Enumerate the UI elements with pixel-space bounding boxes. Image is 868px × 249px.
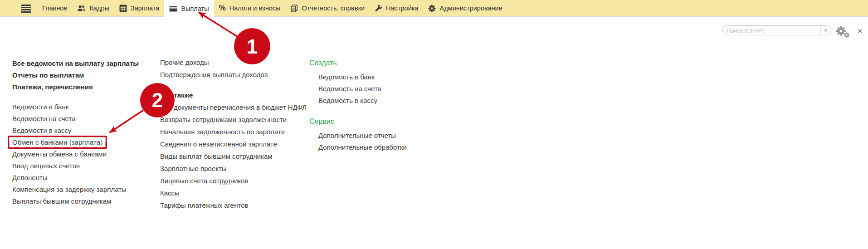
- menu-row: Ведомость на счета: [309, 83, 407, 94]
- menu-row: Лицевые счета сотрудников: [160, 175, 307, 187]
- menu-row: Отчеты по выплатам: [12, 69, 139, 81]
- menu-item[interactable]: Прочие доходы: [160, 59, 209, 66]
- report-icon: [290, 5, 298, 12]
- tab-label: Отчетность, справки: [302, 5, 365, 12]
- tab-otchetnost-spravki[interactable]: Отчетность, справки: [285, 0, 370, 16]
- calculator-icon: [119, 5, 127, 12]
- menu-item[interactable]: Все ведомости на выплату зарплаты: [12, 59, 139, 67]
- tab-label: Администрирование: [439, 5, 502, 12]
- menu-item[interactable]: Кассы: [160, 189, 180, 197]
- menu-item[interactable]: Возвраты сотрудниками задолженности: [160, 116, 287, 123]
- menu-row: Создать: [309, 57, 407, 69]
- menu-item[interactable]: Ввод лицевых счетов: [12, 162, 80, 170]
- menu-row: Подтверждения выплаты доходов: [160, 68, 307, 81]
- menu-row: Ведомость в кассу: [309, 94, 407, 106]
- menu-row: Ведомости в кассу: [12, 124, 139, 136]
- tab-label: Выплаты: [181, 5, 209, 12]
- menu-item[interactable]: Подтверждения выплаты доходов: [160, 71, 268, 78]
- menu-row: Компенсация за задержку зарплаты: [12, 183, 139, 195]
- search-box: ×: [722, 25, 831, 35]
- menu-row: Зарплатные проекты: [160, 162, 307, 175]
- menu-row: Все документы перечисления в бюджет НДФЛ: [160, 101, 307, 113]
- menu-item[interactable]: Начальная задолженность по зарплате: [160, 128, 285, 136]
- tab-label: Налоги и взносы: [229, 5, 281, 12]
- tab-glavnoe[interactable]: Главное: [37, 0, 72, 16]
- menu-item[interactable]: Ведомость на счета: [318, 85, 381, 93]
- panel-close-icon[interactable]: ×: [854, 25, 865, 36]
- gear-icon: [428, 5, 436, 12]
- menu-row: Выплаты бывшим сотрудникам: [12, 195, 139, 207]
- menu-item[interactable]: Все документы перечисления в бюджет НДФЛ: [160, 103, 307, 111]
- menu-row: Платежи, перечисления: [12, 81, 139, 93]
- tab-label: Настройка: [386, 5, 418, 12]
- menu-item[interactable]: Ведомость в банк: [318, 73, 375, 81]
- card-icon: [169, 6, 177, 12]
- tab-label: Зарплата: [131, 5, 160, 12]
- section-tabs: Главное Кадры Зарплата Выплаты%Налоги и …: [37, 0, 507, 16]
- main-menu-hamburger-icon[interactable]: [21, 5, 31, 13]
- menu-item[interactable]: Ведомость в кассу: [318, 97, 377, 104]
- menu-column-1: Все ведомости на выплату зарплатыОтчеты …: [12, 57, 139, 207]
- menu-row: См. также: [160, 89, 307, 101]
- tab-nastroyka[interactable]: Настройка: [370, 0, 423, 16]
- menu-group-header: Создать: [309, 59, 337, 67]
- menu-item[interactable]: Отчеты по выплатам: [12, 71, 84, 79]
- section-bar: Главное Кадры Зарплата Выплаты%Налоги и …: [0, 0, 868, 17]
- search-input[interactable]: [723, 26, 820, 35]
- menu-item[interactable]: Дополнительные отчеты: [318, 132, 396, 139]
- menu-row: Ведомости в банк: [12, 101, 139, 112]
- tab-administrirovanie[interactable]: Администрирование: [423, 0, 507, 16]
- menu-item[interactable]: Выплаты бывшим сотрудникам: [12, 197, 111, 205]
- menu-row: Дополнительные отчеты: [309, 129, 407, 141]
- menu-row: Ведомости на счета: [12, 112, 139, 124]
- menu-row: Депоненты: [12, 171, 139, 183]
- tab-vyplaty[interactable]: Выплаты: [164, 0, 214, 17]
- wrench-icon: [375, 5, 382, 12]
- menu-item[interactable]: Ведомости в кассу: [12, 127, 72, 134]
- menu-row: Ввод лицевых счетов: [12, 160, 139, 171]
- menu-item[interactable]: Ведомости в банк: [12, 103, 68, 111]
- tab-kadry[interactable]: Кадры: [72, 0, 114, 16]
- menu-row: Сервис: [309, 116, 407, 127]
- menu-row: Документы обмена с банками: [12, 148, 139, 160]
- menu-item[interactable]: Обмен с банками (зарплата): [9, 137, 106, 147]
- menu-item[interactable]: Лицевые счета сотрудников: [160, 177, 249, 185]
- search-clear-icon[interactable]: ×: [820, 26, 831, 35]
- menu-row: Дополнительные обработки: [309, 141, 407, 153]
- menu-item[interactable]: Тарифы платежных агентов: [160, 201, 249, 209]
- menu-item[interactable]: Документы обмена с банками: [12, 150, 107, 158]
- menu-row: Ведомость в банк: [309, 71, 407, 83]
- menu-item[interactable]: Депоненты: [12, 174, 48, 181]
- tab-nalogi-i-vznosy[interactable]: %Налоги и взносы: [214, 0, 286, 16]
- menu-group-header: Сервис: [309, 117, 334, 126]
- menu-item[interactable]: Ведомости на счета: [12, 115, 76, 122]
- menu-row: Возвраты сотрудниками задолженности: [160, 113, 307, 126]
- menu-item[interactable]: Компенсация за задержку зарплаты: [12, 186, 127, 193]
- tab-label: Главное: [42, 5, 67, 12]
- menu-item[interactable]: Виды выплат бывшим сотрудникам: [160, 152, 273, 160]
- menu-item[interactable]: Зарплатные проекты: [160, 165, 227, 172]
- menu-row: Виды выплат бывшим сотрудникам: [160, 150, 307, 162]
- menu-row: Начальная задолженность по зарплате: [160, 126, 307, 138]
- menu-row: Обмен с банками (зарплата): [12, 136, 139, 148]
- percent-icon: %: [219, 4, 226, 13]
- menu-row: Сведения о незачисленной зарплате: [160, 138, 307, 150]
- people-icon: [77, 5, 86, 12]
- menu-group-header: См. также: [160, 91, 193, 99]
- menu-column-2: Прочие доходыПодтверждения выплаты доход…: [160, 56, 307, 211]
- menu-row: Все ведомости на выплату зарплаты: [12, 57, 139, 69]
- panel-settings-gears-icon[interactable]: [835, 26, 850, 38]
- menu-item[interactable]: Сведения о незачисленной зарплате: [160, 140, 277, 148]
- menu-column-3: СоздатьВедомость в банкВедомость на счет…: [309, 57, 407, 153]
- tab-zarplata[interactable]: Зарплата: [114, 0, 165, 16]
- tab-label: Кадры: [89, 5, 109, 12]
- menu-item[interactable]: Платежи, перечисления: [12, 83, 93, 91]
- menu-row: Кассы: [160, 187, 307, 199]
- menu-item[interactable]: Дополнительные обработки: [318, 143, 407, 151]
- menu-row: Прочие доходы: [160, 56, 307, 68]
- menu-row: Тарифы платежных агентов: [160, 199, 307, 211]
